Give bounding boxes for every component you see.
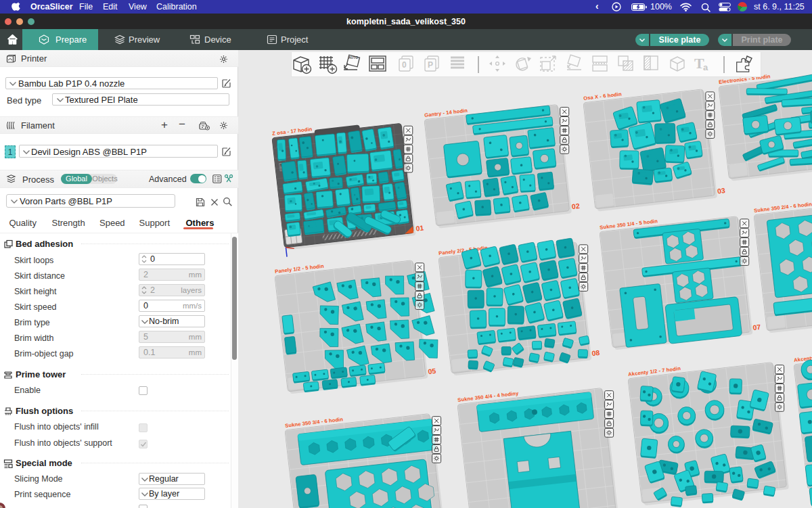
- svg-text:a: a: [703, 62, 708, 72]
- svg-text:01: 01: [415, 224, 424, 233]
- svg-text:08: 08: [591, 348, 600, 357]
- svg-text:P: P: [428, 60, 433, 70]
- svg-text:0: 0: [402, 60, 407, 70]
- svg-text:05: 05: [428, 367, 436, 375]
- svg-text:03: 03: [717, 186, 725, 195]
- svg-text:02: 02: [571, 202, 580, 210]
- svg-text:AUTO: AUTO: [348, 55, 358, 60]
- svg-text:07: 07: [752, 323, 761, 331]
